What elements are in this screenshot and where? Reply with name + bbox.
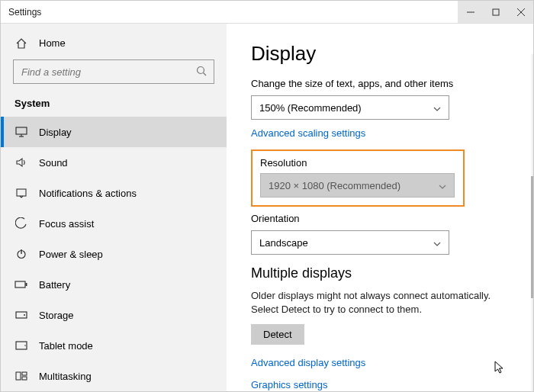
main-content: Display Change the size of text, apps, a… <box>227 24 533 391</box>
sidebar-item-label: Sound <box>39 157 68 169</box>
sidebar-home[interactable]: Home <box>1 34 227 52</box>
nav-list: Display Sound Notifications & actions Fo… <box>1 117 227 391</box>
sidebar-home-label: Home <box>39 37 66 49</box>
sidebar-section-heading: System <box>1 95 227 117</box>
close-button[interactable] <box>508 1 533 23</box>
notifications-icon <box>14 186 28 200</box>
sidebar-item-focus-assist[interactable]: Focus assist <box>1 208 227 239</box>
resolution-label: Resolution <box>260 157 455 169</box>
sidebar-item-label: Power & sleep <box>39 249 103 260</box>
search-wrap <box>13 59 214 84</box>
sidebar-item-label: Battery <box>39 279 70 291</box>
sidebar-item-notifications[interactable]: Notifications & actions <box>1 178 227 208</box>
sidebar-item-display[interactable]: Display <box>1 117 227 147</box>
resolution-value: 1920 × 1080 (Recommended) <box>269 180 400 191</box>
minimize-button[interactable] <box>458 1 483 23</box>
page-title: Display <box>251 42 509 66</box>
graphics-settings-link[interactable]: Graphics settings <box>251 379 509 390</box>
svg-point-17 <box>24 345 26 346</box>
orientation-label: Orientation <box>251 213 509 224</box>
scale-value: 150% (Recommended) <box>259 102 362 114</box>
svg-rect-20 <box>22 377 27 380</box>
svg-rect-19 <box>22 372 27 375</box>
svg-rect-18 <box>16 372 21 380</box>
multiple-displays-description: Older displays might not always connect … <box>251 289 509 316</box>
svg-rect-9 <box>17 189 26 196</box>
svg-point-15 <box>24 314 25 316</box>
tablet-icon <box>14 339 28 352</box>
maximize-icon <box>492 8 500 16</box>
sidebar-item-battery[interactable]: Battery <box>1 269 227 300</box>
sidebar-item-label: Storage <box>39 310 74 321</box>
battery-icon <box>14 278 28 291</box>
titlebar: Settings <box>1 1 533 24</box>
orientation-dropdown[interactable]: Landscape <box>251 230 449 255</box>
sidebar-item-tablet-mode[interactable]: Tablet mode <box>1 330 227 361</box>
resolution-highlight: Resolution 1920 × 1080 (Recommended) <box>251 149 465 207</box>
search-input[interactable] <box>13 59 214 84</box>
sidebar-item-sound[interactable]: Sound <box>1 147 227 178</box>
svg-rect-6 <box>16 127 27 134</box>
sound-icon <box>14 156 28 169</box>
sidebar-item-multitasking[interactable]: Multitasking <box>1 361 227 391</box>
home-icon <box>14 37 28 50</box>
scrollbar-thumb[interactable] <box>531 176 533 298</box>
sidebar-item-label: Notifications & actions <box>39 188 137 199</box>
chevron-down-icon <box>433 102 441 114</box>
sidebar-item-label: Multitasking <box>39 371 92 382</box>
sidebar-item-power-sleep[interactable]: Power & sleep <box>1 239 227 269</box>
sidebar-item-label: Tablet mode <box>39 340 93 352</box>
chevron-down-icon <box>439 180 446 191</box>
resolution-dropdown[interactable]: 1920 × 1080 (Recommended) <box>260 173 455 198</box>
scale-label: Change the size of text, apps, and other… <box>251 78 509 89</box>
advanced-display-link[interactable]: Advanced display settings <box>251 357 509 368</box>
svg-rect-1 <box>493 9 499 15</box>
power-icon <box>14 247 28 261</box>
search-icon <box>196 66 207 79</box>
settings-window: Settings Home <box>0 0 534 392</box>
scale-dropdown[interactable]: 150% (Recommended) <box>251 95 449 120</box>
maximize-button[interactable] <box>483 1 508 23</box>
storage-icon <box>14 308 28 322</box>
sidebar-item-label: Focus assist <box>39 218 94 230</box>
window-title: Settings <box>1 7 41 18</box>
focus-assist-icon <box>14 217 28 230</box>
window-body: Home System Display Sound <box>1 24 533 391</box>
orientation-value: Landscape <box>259 237 308 249</box>
advanced-scaling-link[interactable]: Advanced scaling settings <box>251 127 509 139</box>
sidebar-item-storage[interactable]: Storage <box>1 300 227 330</box>
multitasking-icon <box>14 369 28 383</box>
close-icon <box>517 8 525 16</box>
svg-rect-13 <box>26 283 27 286</box>
display-icon <box>14 125 28 139</box>
svg-rect-12 <box>15 281 25 288</box>
svg-line-5 <box>204 73 207 76</box>
minimize-icon <box>467 8 474 16</box>
multiple-displays-heading: Multiple displays <box>251 265 509 281</box>
detect-button[interactable]: Detect <box>251 324 304 345</box>
svg-point-4 <box>198 67 204 74</box>
sidebar-item-label: Display <box>39 127 72 138</box>
window-controls <box>458 1 533 23</box>
sidebar: Home System Display Sound <box>1 24 227 391</box>
chevron-down-icon <box>433 237 441 249</box>
